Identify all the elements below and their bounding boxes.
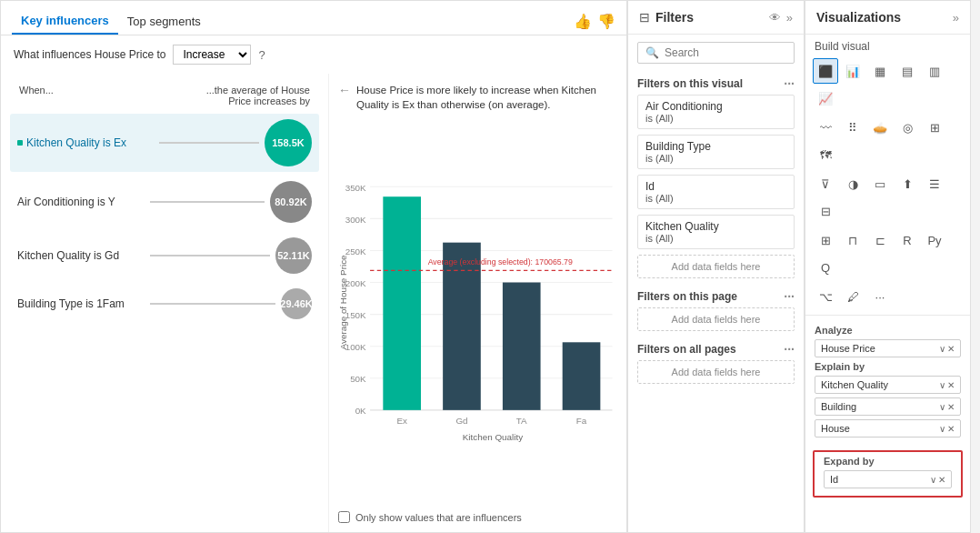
filters-on-all-section: Filters on all pages ··· Add data fields… [628, 337, 804, 384]
viz-icon-qanda[interactable]: Q [813, 255, 838, 280]
analyze-field[interactable]: House Price ∨ ✕ [815, 339, 961, 357]
viz-icon-ribbon[interactable]: ⊏ [867, 227, 893, 253]
explain-by-label: Explain by [815, 361, 961, 372]
add-visual-fields-btn[interactable]: Add data fields here [637, 255, 795, 278]
bar-gd[interactable] [443, 243, 481, 410]
search-input[interactable] [665, 46, 786, 59]
tab-actions: 👍 👎 [574, 13, 615, 30]
viz-icons-row4: ⊞ ⊓ ⊏ R Py Q [805, 226, 970, 282]
analyze-field-text: House Price [821, 343, 939, 354]
increase-dropdown[interactable]: Increase Decrease [173, 45, 251, 65]
viz-icon-table[interactable]: ⊟ [813, 198, 838, 224]
all-filter-menu-icon[interactable]: ··· [784, 342, 795, 357]
tab-top-segments[interactable]: Top segments [118, 9, 210, 34]
tabs-bar: Key influencers Top segments 👍 👎 [1, 1, 626, 35]
help-icon[interactable]: ? [258, 48, 265, 62]
expand-filters-icon[interactable]: » [786, 11, 793, 25]
viz-icon-clustered-bar[interactable]: ▤ [895, 58, 920, 84]
list-item[interactable]: Building Type is 1Fam 29.46K [10, 283, 319, 325]
viz-icon-kpi[interactable]: ⬆ [895, 171, 920, 196]
list-item[interactable]: Kitchen Quality is Ex 158.5K [10, 114, 319, 172]
bar-line [150, 255, 270, 256]
viz-icon-stacked-bar[interactable]: ▦ [867, 58, 893, 84]
viz-icon-scatter[interactable]: ⠿ [840, 115, 865, 140]
viz-icon-decomposition[interactable]: ⌥ [813, 284, 838, 309]
viz-divider [805, 315, 970, 316]
explain-by-house-field[interactable]: House ∨ ✕ [815, 419, 961, 437]
expand-id-actions: ∨ ✕ [930, 475, 945, 485]
viz-icon-matrix[interactable]: ⊞ [813, 227, 838, 253]
svg-text:Kitchen Quality: Kitchen Quality [463, 432, 523, 442]
viz-icon-pie[interactable]: 🥧 [867, 115, 893, 140]
viz-icon-key-influencers[interactable]: ⬛ [813, 58, 838, 84]
viz-icon-card[interactable]: ▭ [867, 171, 893, 196]
viz-icon-slicer[interactable]: ☰ [922, 171, 947, 196]
viz-icon-map[interactable]: 🗺 [813, 142, 838, 167]
filter-card-air-conditioning[interactable]: Air Conditioning is (All) [637, 95, 795, 129]
analyze-section: Analyze House Price ∨ ✕ Explain by Kitch… [805, 319, 970, 447]
filter-card-building-type[interactable]: Building Type is (All) [637, 135, 795, 169]
analyze-close-icon[interactable]: ✕ [947, 344, 955, 354]
svg-text:Ex: Ex [396, 416, 407, 426]
viz-icon-treemap[interactable]: ⊞ [922, 115, 947, 140]
explain-building-chevron-icon[interactable]: ∨ [939, 402, 945, 412]
tab-key-influencers[interactable]: Key influencers [12, 8, 118, 35]
svg-text:100K: 100K [345, 342, 366, 352]
viz-icon-100pct-bar[interactable]: ▥ [922, 58, 947, 84]
filter-card-kitchen-quality[interactable]: Kitchen Quality is (All) [637, 215, 795, 249]
page-filter-menu-icon[interactable]: ··· [784, 289, 795, 304]
bar-container [154, 142, 265, 144]
bar-fa[interactable] [563, 342, 601, 410]
expand-id-chevron-icon[interactable]: ∨ [930, 475, 936, 485]
col-header-increases: ...the average of House Price increases … [183, 85, 310, 106]
explain-kitchen-close-icon[interactable]: ✕ [947, 380, 955, 390]
bar-line [150, 201, 265, 203]
list-item[interactable]: Kitchen Quality is Gd 52.11K [10, 232, 319, 279]
viz-icons-row1: ⬛ 📊 ▦ ▤ ▥ 📈 [805, 56, 970, 113]
viz-icon-donut[interactable]: ◎ [895, 115, 920, 140]
expand-viz-icon[interactable]: » [953, 11, 959, 25]
explain-house-chevron-icon[interactable]: ∨ [939, 424, 945, 434]
bubble: 80.92K [270, 181, 312, 223]
eye-icon[interactable]: 👁 [769, 11, 781, 25]
bar-ta[interactable] [503, 283, 541, 410]
filter-card-id[interactable]: Id is (All) [637, 175, 795, 209]
bubble: 158.5K [265, 119, 312, 166]
visual-filter-menu-icon[interactable]: ··· [784, 76, 795, 91]
filters-scroll: Filters on this visual ··· Air Condition… [628, 71, 804, 532]
viz-icon-funnel[interactable]: ⊽ [813, 171, 838, 196]
filters-on-all-title: Filters on all pages ··· [637, 337, 795, 360]
viz-icon-python[interactable]: Py [922, 227, 947, 253]
svg-text:Average (excluding selected): : Average (excluding selected): 170065.79 [428, 257, 573, 266]
analyze-chevron-icon[interactable]: ∨ [939, 344, 945, 354]
filter-card-title: Building Type [645, 140, 786, 153]
only-influencers-checkbox[interactable] [338, 511, 350, 523]
viz-icon-line[interactable]: 📈 [813, 85, 838, 111]
filters-header: ⊟ Filters 👁 » [628, 1, 804, 35]
add-page-fields-btn[interactable]: Add data fields here [637, 307, 795, 331]
influencers-list: When... ...the average of House Price in… [1, 74, 328, 532]
add-all-fields-btn[interactable]: Add data fields here [637, 360, 795, 384]
thumbs-down-icon[interactable]: 👎 [597, 13, 615, 30]
list-item[interactable]: Air Conditioning is Y 80.92K [10, 176, 319, 228]
viz-icon-bar[interactable]: 📊 [840, 58, 865, 84]
viz-icon-gauge[interactable]: ◑ [840, 171, 865, 196]
explain-by-kitchen-field[interactable]: Kitchen Quality ∨ ✕ [815, 376, 961, 394]
bar-line [150, 303, 275, 305]
viz-icon-r-script[interactable]: R [895, 227, 920, 253]
explain-kitchen-chevron-icon[interactable]: ∨ [939, 380, 945, 390]
expand-by-id-field[interactable]: Id ∨ ✕ [824, 470, 952, 488]
explain-by-building-field[interactable]: Building ∨ ✕ [815, 397, 961, 416]
viz-icon-waterfall[interactable]: ⊓ [840, 227, 865, 253]
explain-building-close-icon[interactable]: ✕ [947, 402, 955, 412]
expand-id-close-icon[interactable]: ✕ [938, 475, 945, 485]
viz-icon-smart-narrative[interactable]: 🖊 [840, 284, 865, 309]
bar-ex[interactable] [383, 196, 421, 410]
viz-icon-more[interactable]: ··· [867, 284, 893, 309]
back-arrow-icon[interactable]: ← [338, 83, 351, 97]
search-box[interactable]: 🔍 [637, 42, 795, 64]
explain-house-close-icon[interactable]: ✕ [947, 424, 955, 434]
col-header-when: When... [19, 85, 54, 106]
viz-icon-area[interactable]: 〰 [813, 115, 838, 140]
thumbs-up-icon[interactable]: 👍 [574, 13, 592, 30]
